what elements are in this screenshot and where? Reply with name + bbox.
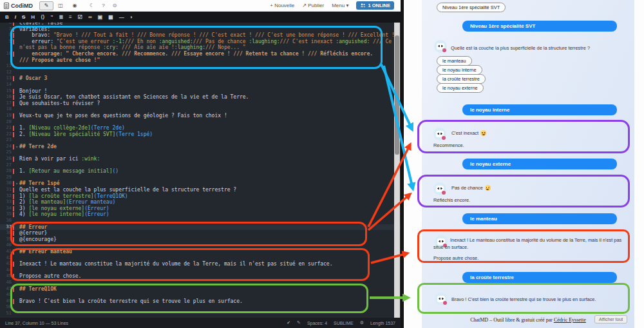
show-all-button[interactable]: Afficher tout xyxy=(594,315,627,323)
bot-avatar xyxy=(435,293,448,305)
italic-icon[interactable]: I xyxy=(15,14,16,20)
editor-line[interactable]: 211. [Niveau collège-2de](Terre 2de) xyxy=(0,125,401,131)
editor-line[interactable]: 39@{encourage} xyxy=(0,236,401,243)
users-icon xyxy=(360,3,366,8)
editor-line[interactable]: 16Je suis Oscar, ton chatbot assistant e… xyxy=(0,94,401,101)
editor-line[interactable]: 321) [la croûte terrestre](TerreQ1OK) xyxy=(0,193,401,200)
editor-line[interactable]: 19Veux-tu que je te pose des questions d… xyxy=(0,113,401,119)
editor-line[interactable]: 11 xyxy=(0,63,401,70)
editor-line[interactable]: 23 xyxy=(0,137,401,144)
editor-line[interactable]: 281. [Retour au message initial]() xyxy=(0,168,401,175)
editor-line[interactable]: 20 xyxy=(0,119,401,126)
user-message-bubble: le noyau interne xyxy=(462,104,617,115)
publish-button[interactable]: ↗ Publier xyxy=(302,3,324,8)
edit-mode-button[interactable]: ✎ xyxy=(39,1,53,10)
bot-message-erreur-2: Pas de chance Réfléchis encore. xyxy=(417,175,630,207)
bot-success-text: Bravo ! C'est bien la croûte terrestre q… xyxy=(451,296,596,302)
footer-text: ChatMD – Outil libre & gratuit créé par xyxy=(470,317,554,323)
comment-icon[interactable]: ◗ xyxy=(130,14,133,20)
editor-line[interactable]: 43Inexact ! Le manteau constitue la majo… xyxy=(0,261,401,267)
editor-line[interactable]: 12 xyxy=(0,70,401,76)
bot-error-text: Pas de chance xyxy=(451,185,483,191)
user-message-bubble: le noyau externe xyxy=(462,159,617,169)
editor-line[interactable]: 29 xyxy=(0,175,401,181)
doc-length: Length 1537 xyxy=(370,321,395,325)
bold-icon[interactable]: B xyxy=(5,14,9,20)
indent-setting[interactable]: Spaces: 4 xyxy=(307,321,327,325)
help-icon[interactable]: ? xyxy=(102,3,104,8)
editor-line[interactable]: 48 xyxy=(0,292,401,298)
editor-line[interactable]: /// Propose autre chose !" xyxy=(0,57,401,64)
table-icon[interactable]: ▦ xyxy=(108,14,113,20)
editor-line[interactable]: 27 xyxy=(0,162,401,169)
editor-line[interactable]: 26Rien à voir par ici :wink: xyxy=(0,156,401,162)
editor-scrollbar-thumb[interactable] xyxy=(395,35,399,155)
markdown-editor[interactable]: 6clavier: false7variables:8 bravo: "Brav… xyxy=(0,23,401,318)
heading-icon[interactable]: H xyxy=(31,14,35,20)
editor-line[interactable]: 332) [le manteau](Erreur manteau) xyxy=(0,199,401,206)
editor-line[interactable]: 45Propose autre chose. xyxy=(0,273,401,280)
laughing-emoji-icon xyxy=(485,185,491,191)
todo-list-icon[interactable]: ☑ xyxy=(78,14,82,20)
editor-line[interactable]: 13# Oscar 3 xyxy=(0,75,401,82)
user-message-bubble: le manteau xyxy=(462,213,617,224)
code-icon[interactable]: ⟨⟩ xyxy=(41,14,44,20)
split-mode-button[interactable]: ◫ xyxy=(53,1,68,10)
link-icon[interactable]: ∞ xyxy=(88,14,92,20)
chat-option-la-croûte-terrestre[interactable]: la croûte terrestre xyxy=(437,74,486,84)
editor-line[interactable]: 9 erreur: "C'est une erreur :-1:/// Eh n… xyxy=(0,39,401,45)
editor-scrollbar[interactable] xyxy=(394,23,400,318)
editor-line[interactable]: 10 encourage: " Cherche encore. /// Reco… xyxy=(0,51,401,57)
gear-icon[interactable]: ⚙ xyxy=(360,320,364,325)
editor-line[interactable]: 36 xyxy=(0,218,401,224)
editor-line[interactable]: 25 xyxy=(0,150,401,156)
editor-line[interactable]: 42 xyxy=(0,255,401,262)
night-mode-icon[interactable]: ☾ xyxy=(90,3,94,8)
image-icon[interactable]: ▣ xyxy=(98,14,103,20)
ordered-list-icon[interactable]: ≡ xyxy=(69,14,72,20)
editor-line[interactable]: 41## Erreur manteau xyxy=(0,249,401,255)
chat-option-niveau-1ere[interactable]: Niveau 1ère spécialité SVT xyxy=(437,3,506,12)
editor-line[interactable]: 49Bravo ! C'est bien la croûte terrestre… xyxy=(0,298,401,305)
editor-line[interactable]: 30▾## Terre 1spé xyxy=(0,180,401,187)
footer-author-link[interactable]: Cédric Eyssette xyxy=(554,317,586,323)
editor-line[interactable]: 51 xyxy=(0,311,401,317)
editor-line[interactable]: 18 xyxy=(0,106,401,113)
chat-preview-pane: Niveau 1ère spécialité SVT Niveau 1ère s… xyxy=(404,0,644,328)
editor-line[interactable]: 24▾## Terre 2de xyxy=(0,144,401,150)
new-note-button[interactable]: + Nouvelle xyxy=(270,3,294,8)
editor-line[interactable]: 17Que souhaites-tu réviser ? xyxy=(0,101,401,107)
menu-button[interactable]: Menu ▾ xyxy=(332,3,348,8)
chat-option-le-noyau-externe[interactable]: le noyau externe xyxy=(437,83,484,93)
horizontal-rule-icon[interactable]: — xyxy=(119,14,124,20)
strikethrough-icon[interactable]: S xyxy=(22,14,25,20)
snippet-icon[interactable]: ⊙ xyxy=(113,3,117,8)
preview-mode-button[interactable]: ◉ xyxy=(68,1,82,10)
editor-line[interactable]: 38@{erreur} xyxy=(0,230,401,236)
editor-line[interactable]: 46 xyxy=(0,280,401,286)
editor-line[interactable]: 44 xyxy=(0,267,401,274)
editor-line[interactable]: 31Quelle est la couche la plus superfici… xyxy=(0,187,401,193)
chat-option-le-noyau-interne[interactable]: le noyau interne xyxy=(437,65,482,75)
editor-line[interactable]: 354) [le noyau interne](Erreur) xyxy=(0,211,401,218)
editor-line[interactable]: 343) [le noyau externe](Erreur) xyxy=(0,206,401,212)
chat-option-le-manteau[interactable]: le manteau xyxy=(437,56,472,66)
editor-line[interactable]: 50 xyxy=(0,304,401,311)
header-actions: + Nouvelle ↗ Publier Menu ▾ 1 ONLINE xyxy=(270,1,394,10)
editor-line[interactable]: 40 xyxy=(0,242,401,249)
online-users-button[interactable]: 1 ONLINE xyxy=(356,1,394,10)
editor-line[interactable]: 14 xyxy=(0,82,401,88)
editor-line[interactable]: 222. [Niveau 1ère spécialité SVT](Terre … xyxy=(0,131,401,138)
editor-line[interactable]: 8 bravo: "Bravo ! /// Tout à fait ! /// … xyxy=(0,32,401,39)
bot-message-erreur-manteau: Inexact ! Le manteau constitue la majori… xyxy=(417,229,630,263)
keymap-setting[interactable]: SUBLIME xyxy=(334,321,354,325)
editor-line[interactable]: 37## Erreur xyxy=(0,224,401,231)
editor-line[interactable]: 7variables: xyxy=(0,26,401,33)
editor-line[interactable]: 47## TerreQ1OK xyxy=(0,286,401,293)
editor-pane: CodiMD ✎ ◫ ◉ ☾ ? ⊙ + Nouvelle ↗ Publier … xyxy=(0,0,401,328)
quote-icon[interactable]: ” xyxy=(50,14,53,20)
editor-line[interactable]: n'est pas la bonne réponse :cry: /// Aïe… xyxy=(0,44,401,51)
editor-line[interactable]: 15Bonjour ! xyxy=(0,88,401,95)
codimd-logo[interactable]: CodiMD xyxy=(4,3,33,9)
unordered-list-icon[interactable]: ≣ xyxy=(59,14,63,20)
